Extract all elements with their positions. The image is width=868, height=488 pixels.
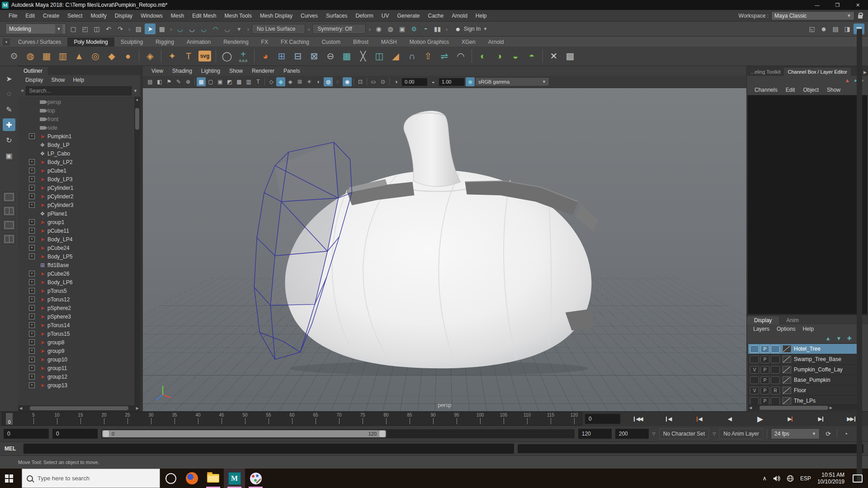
- shelf-bevel-icon[interactable]: ◢: [388, 48, 403, 64]
- outliner-vertical-scrollbar[interactable]: ▲: [134, 97, 140, 405]
- color-management-icon[interactable]: ◉: [466, 77, 475, 86]
- film-gate-icon[interactable]: ▢: [206, 77, 215, 86]
- layer-color-swatch[interactable]: [783, 366, 791, 373]
- reference-toggle[interactable]: R: [771, 387, 780, 394]
- expand-icon[interactable]: +: [29, 253, 35, 259]
- layout-persp-outliner-button[interactable]: [3, 220, 15, 230]
- expand-icon[interactable]: +: [29, 168, 35, 174]
- symmetry-field[interactable]: Symmetry: Off: [312, 24, 366, 34]
- outliner-item-top[interactable]: top: [18, 106, 140, 115]
- modeling-toolkit-icon[interactable]: ◱: [807, 23, 817, 34]
- shelf-poly-cone-icon[interactable]: ▲: [71, 48, 87, 64]
- expand-icon[interactable]: +: [29, 339, 35, 345]
- shelf-sculpt-brush-icon[interactable]: ◐: [475, 48, 491, 64]
- outliner-item-lp-cabo[interactable]: ❖LP_Cabo: [18, 149, 140, 158]
- shelf-svg-tool-icon[interactable]: svg: [198, 51, 211, 61]
- shelf-tab-sculpting[interactable]: Sculpting: [114, 38, 149, 47]
- outliner-item-ptorus12[interactable]: +➤pTorus12: [18, 295, 140, 304]
- shelf-bridge-icon[interactable]: ∩: [404, 48, 420, 64]
- wireframe-on-shaded-icon[interactable]: ⊞: [295, 77, 304, 86]
- menu-edit-mesh[interactable]: Edit Mesh: [188, 13, 220, 19]
- expand-icon[interactable]: +: [29, 322, 35, 328]
- shelf-grab-brush-icon[interactable]: ◓: [524, 48, 539, 64]
- shaded-icon[interactable]: ◆: [276, 77, 285, 86]
- layer-horizontal-scrollbar[interactable]: ◀ ▶: [748, 405, 862, 411]
- reference-toggle[interactable]: [771, 397, 780, 405]
- viewport-menu-renderer[interactable]: Renderer: [248, 68, 278, 74]
- move-layer-down-icon[interactable]: ▼: [836, 335, 842, 342]
- textured-icon[interactable]: ◈: [286, 77, 295, 86]
- chevron-down-icon[interactable]: ▽: [652, 432, 656, 436]
- playback-step-forward-key-button[interactable]: ▶: [775, 413, 805, 425]
- menu-file[interactable]: File: [5, 13, 21, 19]
- outliner-item-persp[interactable]: persp: [18, 98, 140, 106]
- playback-step-back-frame-button[interactable]: ◀: [653, 413, 684, 425]
- layer-color-swatch[interactable]: [783, 345, 791, 352]
- hypershade-icon[interactable]: ◓: [420, 23, 431, 34]
- outliner-item-group13[interactable]: +➤group13: [18, 381, 140, 389]
- playback-toggle[interactable]: P: [760, 397, 769, 405]
- command-language-label[interactable]: MEL: [5, 446, 20, 452]
- taskbar-paint[interactable]: [245, 469, 266, 488]
- layer-menu-help[interactable]: Help: [799, 326, 817, 332]
- taskbar-search[interactable]: [22, 469, 160, 488]
- outliner-item-body-lp[interactable]: ❖Body_LP: [18, 141, 140, 149]
- taskbar-clock[interactable]: 10:51 AM 10/10/2019: [817, 472, 844, 485]
- safe-title-icon[interactable]: T: [254, 77, 263, 86]
- close-button[interactable]: ✕: [848, 0, 868, 10]
- character-set-dropdown[interactable]: No Character Set: [659, 428, 709, 439]
- lasso-tool[interactable]: ◌: [3, 88, 15, 100]
- chevron-down-icon[interactable]: ▽: [712, 432, 716, 436]
- network-globe-icon[interactable]: [787, 475, 794, 482]
- screen-space-ao-icon[interactable]: ◍: [324, 77, 333, 86]
- visibility-toggle[interactable]: V: [750, 387, 759, 394]
- layout-single-pane-button[interactable]: [3, 192, 15, 202]
- menu-set-dropdown[interactable]: Modeling ▼: [5, 23, 66, 34]
- layer-tab-display[interactable]: Display: [747, 316, 779, 324]
- shelf-poly-cube-icon[interactable]: ▦: [39, 48, 54, 64]
- safe-action-icon[interactable]: ▥: [244, 77, 253, 86]
- visibility-toggle[interactable]: [750, 376, 759, 384]
- file-open-icon[interactable]: ◰: [80, 23, 90, 34]
- shelf-quad-draw-icon[interactable]: ▦: [339, 48, 354, 64]
- camera-bookmark-icon[interactable]: ⚑: [165, 77, 174, 86]
- taskbar-maya[interactable]: M: [224, 469, 245, 488]
- expand-icon[interactable]: +: [29, 159, 35, 165]
- playback-end-field[interactable]: 120: [578, 429, 612, 439]
- outliner-item-pcylinder1[interactable]: +➤pCylinder1: [18, 183, 140, 192]
- shelf-extrude-icon[interactable]: ⇧: [420, 48, 436, 64]
- menu-create[interactable]: Create: [39, 13, 63, 19]
- current-frame-field[interactable]: 0: [585, 414, 620, 424]
- menu-surfaces[interactable]: Surfaces: [322, 13, 351, 19]
- menu-generate[interactable]: Generate: [393, 13, 424, 19]
- scroll-right-icon[interactable]: ▶: [828, 406, 834, 410]
- shelf-smooth-icon[interactable]: ◠: [453, 48, 468, 64]
- tab-channel-box-layer-editor[interactable]: Channel Box / Layer Editor: [784, 68, 850, 76]
- wireframe-icon[interactable]: ◇: [267, 77, 276, 86]
- exposure-icon[interactable]: ◑: [392, 77, 401, 86]
- outliner-item-psphere3[interactable]: +➤pSphere3: [18, 312, 140, 321]
- visibility-toggle[interactable]: [750, 397, 759, 405]
- resolution-gate-icon[interactable]: ▣: [216, 77, 225, 86]
- shelf-tab-custom[interactable]: Custom: [316, 38, 347, 47]
- range-start-handle[interactable]: [103, 431, 109, 437]
- scroll-up-icon[interactable]: ▲: [136, 97, 139, 102]
- menu-edit[interactable]: Edit: [21, 13, 39, 19]
- viewport-menu-view[interactable]: View: [147, 68, 167, 74]
- layer-color-swatch[interactable]: [783, 397, 791, 404]
- shelf-snap-to-origin-icon[interactable]: +0,0,0: [236, 48, 251, 64]
- camera-attributes-icon[interactable]: ◧: [155, 77, 164, 86]
- render-settings-icon[interactable]: ⚙: [409, 23, 420, 34]
- outliner-item-group11[interactable]: +➤group11: [18, 364, 140, 372]
- outliner-item-pcube1[interactable]: +➤pCube1: [18, 166, 140, 175]
- grid-icon[interactable]: ▦: [197, 77, 206, 86]
- layer-row-base-pumpkin[interactable]: PBase_Pumpkin: [748, 375, 862, 385]
- taskbar-cortana[interactable]: [160, 469, 181, 488]
- rotate-tool[interactable]: ↻: [3, 134, 15, 146]
- shelf-poly-disc-icon[interactable]: ●: [120, 48, 136, 64]
- chevron-down-icon[interactable]: ▼: [133, 89, 137, 93]
- layer-vertical-scrollbar[interactable]: [857, 29, 862, 482]
- viewport-menu-panels[interactable]: Panels: [279, 68, 304, 74]
- reference-toggle[interactable]: [771, 366, 780, 374]
- speaker-icon[interactable]: [773, 475, 780, 482]
